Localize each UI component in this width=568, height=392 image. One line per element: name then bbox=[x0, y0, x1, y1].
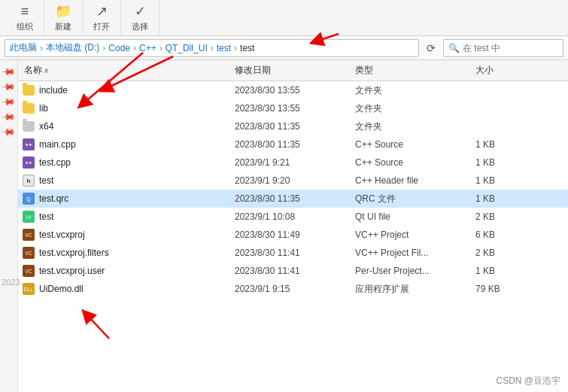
file-name-testh: h test bbox=[21, 175, 232, 187]
year-label: 2023. bbox=[0, 278, 23, 287]
list-item[interactable]: h test 2023/9/1 9:20 C++ Header file 1 K… bbox=[18, 172, 568, 190]
select-icon: ✓ bbox=[135, 3, 146, 20]
file-kind: 文件夹 bbox=[352, 120, 472, 133]
pin-icon-5[interactable]: 📌 bbox=[1, 124, 17, 140]
toolbar-organize[interactable]: ≡ 组织 bbox=[6, 0, 44, 35]
file-kind: VC++ Project bbox=[352, 229, 472, 240]
vcxproj-icon: VC bbox=[23, 247, 35, 259]
organize-label: 组织 bbox=[17, 21, 33, 32]
file-name-vcxproj: VC test.vcxproj bbox=[21, 229, 232, 241]
breadcrumb-test2: test bbox=[240, 43, 254, 53]
watermark: CSDN @豆浩宇 bbox=[496, 375, 560, 387]
list-item[interactable]: ++ test.cpp 2023/9/1 9:21 C++ Source 1 K… bbox=[18, 153, 568, 172]
toolbar-open[interactable]: ↗ 打开 bbox=[83, 0, 121, 35]
file-size: 1 KB bbox=[472, 139, 533, 150]
file-name-dll: DLL UiDemo.dll bbox=[21, 283, 232, 295]
organize-icon: ≡ bbox=[21, 4, 29, 20]
file-modified: 2023/8/30 11:41 bbox=[232, 248, 352, 258]
cpp-icon: ++ bbox=[23, 138, 35, 150]
pin-icon-4[interactable]: 📌 bbox=[1, 109, 17, 125]
qrc-icon: Q bbox=[23, 193, 35, 205]
list-item[interactable]: Q test.qrc 2023/8/30 11:35 QRC 文件 1 KB bbox=[18, 190, 568, 208]
file-modified: 2023/9/1 10:08 bbox=[232, 211, 352, 222]
vcxproj-icon: VC bbox=[23, 265, 35, 277]
list-item[interactable]: VC test.vcxproj.user 2023/8/30 11:41 Per… bbox=[18, 262, 568, 280]
file-size: 2 KB bbox=[472, 211, 533, 222]
file-list: include 2023/8/30 13:55 文件夹 lib 2023/8/3… bbox=[18, 81, 568, 392]
file-name-include: include bbox=[21, 85, 232, 96]
list-item[interactable]: include 2023/8/30 13:55 文件夹 bbox=[18, 81, 568, 99]
open-icon: ↗ bbox=[96, 3, 108, 20]
col-size[interactable]: 大小 bbox=[472, 64, 533, 77]
breadcrumb-disk[interactable]: 本地磁盘 (D:) bbox=[46, 41, 99, 54]
toolbar-new[interactable]: 📁 新建 bbox=[44, 0, 83, 35]
file-kind: C++ Source bbox=[352, 157, 472, 168]
pin-icon-2[interactable]: 📌 bbox=[1, 79, 17, 95]
breadcrumb[interactable]: 此电脑 › 本地磁盘 (D:) › Code › C++ › QT_Dll_UI… bbox=[5, 39, 419, 57]
cpp-icon: ++ bbox=[23, 156, 35, 169]
file-kind: VC++ Project Fil... bbox=[352, 248, 472, 258]
ui-icon: UI bbox=[23, 211, 35, 223]
new-icon: 📁 bbox=[55, 3, 71, 20]
breadcrumb-code[interactable]: Code bbox=[108, 43, 130, 53]
toolbar: ≡ 组织 📁 新建 ↗ 打开 ✓ 选择 bbox=[0, 0, 568, 36]
file-name-user: VC test.vcxproj.user bbox=[21, 265, 232, 277]
file-kind: C++ Source bbox=[352, 139, 472, 150]
folder-icon bbox=[23, 103, 35, 114]
main-content: 📌 📌 📌 📌 📌 名称 ∧ 修改日期 类型 大小 bbox=[0, 60, 568, 392]
refresh-button[interactable]: ⟳ bbox=[422, 39, 440, 57]
file-kind: QRC 文件 bbox=[352, 193, 472, 205]
file-name-filters: VC test.vcxproj.filters bbox=[21, 247, 232, 259]
breadcrumb-cpp[interactable]: C++ bbox=[139, 43, 156, 53]
list-item[interactable]: DLL UiDemo.dll 2023/9/1 9:15 应用程序扩展 79 K… bbox=[18, 280, 568, 298]
list-item[interactable]: lib 2023/8/30 13:55 文件夹 bbox=[18, 99, 568, 117]
file-name-maincpp: ++ main.cpp bbox=[21, 138, 232, 150]
folder-icon bbox=[23, 85, 35, 96]
file-size: 2 KB bbox=[472, 248, 533, 258]
file-size: 1 KB bbox=[472, 157, 533, 168]
breadcrumb-qtdllui[interactable]: QT_Dll_UI bbox=[166, 43, 208, 53]
file-name-lib: lib bbox=[21, 103, 232, 114]
toolbar-select[interactable]: ✓ 选择 bbox=[121, 0, 159, 35]
list-item[interactable]: UI test 2023/9/1 10:08 Qt UI file 2 KB bbox=[18, 208, 568, 226]
pin-icon-3[interactable]: 📌 bbox=[1, 94, 17, 110]
sort-arrow: ∧ bbox=[44, 66, 49, 74]
search-input[interactable] bbox=[463, 43, 553, 53]
file-modified: 2023/8/30 13:55 bbox=[232, 103, 352, 114]
file-name-testui: UI test bbox=[21, 211, 232, 223]
file-modified: 2023/8/30 11:49 bbox=[232, 229, 352, 240]
list-item[interactable]: x64 2023/8/30 11:35 文件夹 bbox=[18, 117, 568, 135]
file-size: 1 KB bbox=[472, 266, 533, 276]
dll-icon: DLL bbox=[23, 283, 35, 295]
file-name-qrc: Q test.qrc bbox=[21, 193, 232, 205]
file-modified: 2023/8/30 11:35 bbox=[232, 193, 352, 204]
file-kind: C++ Header file bbox=[352, 175, 472, 186]
folder-icon bbox=[23, 121, 35, 132]
search-icon: 🔍 bbox=[448, 43, 460, 53]
vcxproj-icon: VC bbox=[23, 229, 35, 241]
file-modified: 2023/8/30 13:55 bbox=[232, 85, 352, 96]
file-kind: 文件夹 bbox=[352, 84, 472, 97]
list-item[interactable]: ++ main.cpp 2023/8/30 11:35 C++ Source 1… bbox=[18, 135, 568, 153]
breadcrumb-test1[interactable]: test bbox=[217, 43, 231, 53]
search-box[interactable]: 🔍 bbox=[443, 39, 563, 57]
file-name-testcpp: ++ test.cpp bbox=[21, 156, 232, 169]
file-modified: 2023/8/30 11:35 bbox=[232, 139, 352, 150]
pin-panel: 📌 📌 📌 📌 📌 bbox=[0, 60, 18, 392]
breadcrumb-computer[interactable]: 此电脑 bbox=[10, 41, 37, 54]
file-kind: Qt UI file bbox=[352, 211, 472, 222]
new-label: 新建 bbox=[55, 21, 71, 32]
file-kind: Per-User Project... bbox=[352, 266, 472, 276]
file-panel: 名称 ∧ 修改日期 类型 大小 include 2023/8/30 13:55 bbox=[18, 60, 568, 392]
pin-icon-1[interactable]: 📌 bbox=[1, 64, 17, 80]
col-name[interactable]: 名称 ∧ bbox=[21, 64, 232, 77]
list-item[interactable]: VC test.vcxproj.filters 2023/8/30 11:41 … bbox=[18, 244, 568, 262]
file-size: 6 KB bbox=[472, 229, 533, 240]
file-kind: 文件夹 bbox=[352, 102, 472, 115]
col-type[interactable]: 类型 bbox=[352, 64, 472, 77]
list-item[interactable]: VC test.vcxproj 2023/8/30 11:49 VC++ Pro… bbox=[18, 226, 568, 244]
file-modified: 2023/8/30 11:41 bbox=[232, 266, 352, 276]
col-modified[interactable]: 修改日期 bbox=[232, 64, 352, 77]
file-name-x64: x64 bbox=[21, 121, 232, 132]
header-icon: h bbox=[23, 175, 35, 187]
